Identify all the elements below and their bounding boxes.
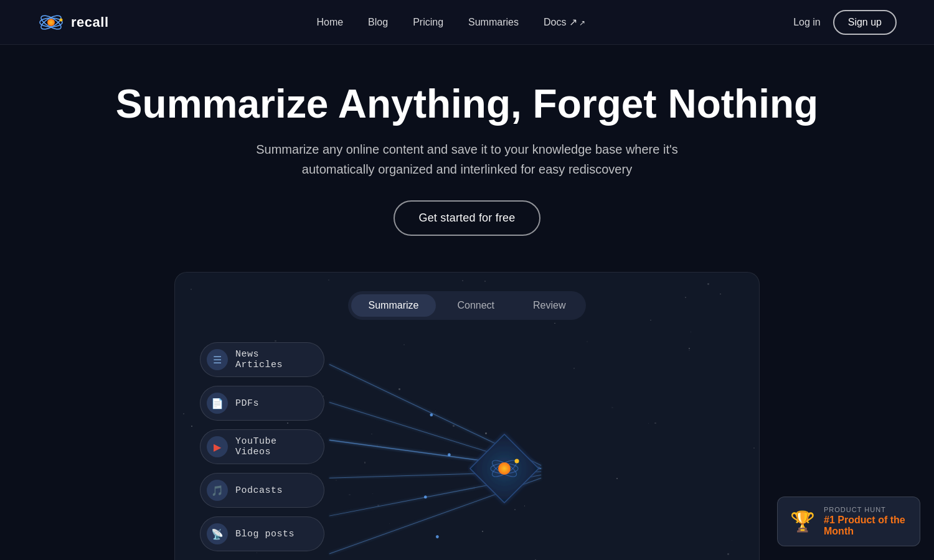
source-youtube[interactable]: ▶ YouTube Videos	[200, 429, 324, 464]
navbar: recall Home Blog Pricing Summaries Docs …	[0, 0, 934, 45]
nav-summaries[interactable]: Summaries	[468, 17, 519, 28]
trophy-icon: 🏆	[790, 510, 815, 533]
nav-links: Home Blog Pricing Summaries Docs ↗	[316, 16, 585, 28]
blog-icon: 📡	[207, 523, 228, 544]
podcast-icon: 🎵	[207, 480, 228, 501]
nav-actions: Log in Sign up	[793, 10, 897, 35]
nav-docs[interactable]: Docs ↗	[544, 16, 585, 28]
ph-label-main: #1 Product of the Month	[824, 515, 907, 537]
center-diamond	[467, 431, 542, 506]
svg-point-13	[424, 496, 427, 499]
source-news-label: News Articles	[235, 349, 311, 370]
svg-point-19	[515, 459, 519, 464]
source-blog-label: Blog posts	[235, 529, 295, 539]
nav-blog[interactable]: Blog	[368, 17, 388, 28]
logo-text: recall	[71, 14, 109, 30]
nav-home[interactable]: Home	[316, 17, 343, 28]
news-icon: ☰	[207, 349, 228, 370]
ph-label-top: PRODUCT HUNT	[824, 506, 907, 513]
source-pdf-label: PDFs	[235, 398, 259, 409]
signup-button[interactable]: Sign up	[833, 10, 897, 35]
content-area: ☰ News Articles 📄 PDFs ▶ YouTube Videos …	[200, 342, 734, 560]
svg-point-18	[498, 462, 511, 475]
hero-section: Summarize Anything, Forget Nothing Summa…	[0, 45, 934, 254]
product-hunt-badge[interactable]: 🏆 PRODUCT HUNT #1 Product of the Month	[777, 497, 920, 546]
source-podcast-label: Podcasts	[235, 485, 283, 496]
svg-point-4	[60, 18, 63, 21]
svg-point-3	[47, 19, 55, 26]
source-news[interactable]: ☰ News Articles	[200, 342, 324, 377]
tab-connect[interactable]: Connect	[440, 294, 512, 317]
logo[interactable]: recall	[37, 9, 109, 36]
tab-review[interactable]: Review	[516, 294, 583, 317]
demo-card: Summarize Connect Review ☰ News Articles…	[174, 272, 760, 560]
hero-subtitle: Summarize any online content and save it…	[243, 139, 691, 179]
svg-point-12	[448, 454, 451, 457]
ph-text: PRODUCT HUNT #1 Product of the Month	[824, 506, 907, 537]
source-pdfs[interactable]: 📄 PDFs	[200, 386, 324, 421]
diamond-graphic	[467, 431, 542, 506]
source-list: ☰ News Articles 📄 PDFs ▶ YouTube Videos …	[200, 342, 324, 560]
source-yt-label: YouTube Videos	[235, 436, 311, 457]
source-podcasts[interactable]: 🎵 Podcasts	[200, 473, 324, 508]
pdf-icon: 📄	[207, 393, 228, 414]
tab-bar: Summarize Connect Review	[348, 291, 587, 320]
tab-summarize[interactable]: Summarize	[351, 294, 436, 317]
svg-point-11	[430, 414, 433, 417]
nav-pricing[interactable]: Pricing	[413, 17, 443, 28]
login-button[interactable]: Log in	[793, 17, 821, 28]
hero-title: Summarize Anything, Forget Nothing	[12, 82, 922, 126]
youtube-icon: ▶	[207, 436, 228, 457]
svg-point-14	[436, 535, 439, 538]
cta-button[interactable]: Get started for free	[394, 200, 540, 236]
source-blog[interactable]: 📡 Blog posts	[200, 516, 324, 551]
logo-icon	[37, 9, 65, 36]
